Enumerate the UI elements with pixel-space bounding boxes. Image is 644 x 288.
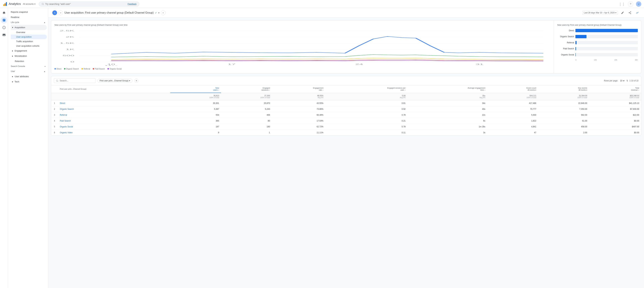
row-1-total-revenue: $41,125.13 bbox=[589, 100, 641, 106]
sidebar-item-user-acquisition[interactable]: User acquisition bbox=[11, 35, 47, 39]
line-chart: 2.5K 2K 1.5K 1K 500 0 bbox=[54, 29, 550, 66]
col-new-users[interactable]: Newusers ↕ bbox=[170, 85, 221, 93]
row-6-name[interactable]: Organic Video bbox=[58, 130, 170, 136]
col-event-count[interactable]: Event countAll events ▾ bbox=[487, 85, 538, 93]
table-header-row: First user prim...Channel Group) Newuser… bbox=[51, 85, 641, 93]
date-range-picker[interactable]: Last 28 days Mar 10 – Apr 6, 2024 ▾ bbox=[582, 11, 618, 15]
user-section-label: User bbox=[11, 70, 15, 73]
search-console-chevron: ▾ bbox=[44, 66, 46, 67]
svg-rect-1 bbox=[4, 3, 6, 6]
row-4-event-count: 1,822 bbox=[487, 118, 538, 124]
page-header: A + User acquisition: First user primary… bbox=[48, 8, 644, 18]
sidebar-item-retention[interactable]: Retention bbox=[12, 59, 47, 64]
reports-snapshot-label: Reports snapshot bbox=[11, 11, 28, 13]
col-avg-engagement[interactable]: Average engagementtime ↕ bbox=[408, 85, 487, 93]
title-dropdown-icon[interactable]: ▾ bbox=[158, 12, 160, 14]
acquisition-group: ▾ Acquisition Overview User acquisition … bbox=[8, 25, 48, 48]
compare-button[interactable] bbox=[634, 10, 640, 16]
legend-organic-social: Organic Social bbox=[108, 68, 122, 70]
sidebar-item-monetization[interactable]: ▸ Monetization bbox=[11, 53, 47, 59]
icon-rail-home[interactable] bbox=[1, 10, 8, 16]
search-console-label: Search Console bbox=[11, 65, 25, 68]
add-filter-button[interactable]: + bbox=[134, 79, 138, 83]
sidebar-item-realtime[interactable]: Realtime bbox=[8, 15, 47, 20]
lifecycle-label: Life cycle bbox=[11, 21, 19, 24]
filter-chip[interactable]: First user prim...Channel Group) ▾ bbox=[98, 79, 132, 83]
sidebar-item-user-attributes[interactable]: ▸ User attributes bbox=[11, 74, 47, 79]
row-5-engagement-rate: 62.72% bbox=[272, 124, 325, 130]
table-search-input[interactable] bbox=[60, 79, 93, 82]
col-esp-user[interactable]: Engaged sessions peruser ↕ bbox=[326, 85, 408, 93]
search-bar[interactable]: Feedback bbox=[39, 2, 139, 7]
engagement-group: ▸ Engagement bbox=[8, 48, 48, 53]
monetization-group: ▸ Monetization bbox=[8, 53, 48, 59]
monetization-label: Monetization bbox=[14, 55, 27, 57]
sidebar-item-reports-snapshot[interactable]: Reports snapshot bbox=[8, 10, 47, 15]
apps-icon[interactable]: ⋮⋮ bbox=[618, 2, 625, 6]
date-range-chevron: ▾ bbox=[615, 12, 616, 14]
main-layout: Reports snapshot Realtime Life cycle ▲ ▾… bbox=[0, 8, 644, 288]
icon-rail-explore[interactable] bbox=[1, 24, 8, 31]
bar-row-direct: Direct bbox=[557, 29, 638, 32]
row-2-esp-user: 0.92 bbox=[326, 106, 408, 112]
bar-chart-container: New users by First user primary channel … bbox=[554, 21, 641, 73]
sidebar-item-traffic-acquisition[interactable]: Traffic acquisition bbox=[11, 39, 47, 44]
edit-report-button[interactable] bbox=[620, 10, 625, 16]
accounts-label[interactable]: All accounts ▾ bbox=[23, 3, 36, 5]
date-range-label: Last 28 days bbox=[584, 12, 595, 14]
bar-chart-title: New users by First user primary channel … bbox=[557, 24, 638, 26]
add-comparison-button[interactable]: + bbox=[58, 11, 63, 15]
col-engagement-rate[interactable]: Engagementrate ↕ bbox=[272, 85, 325, 93]
app-title: Analytics bbox=[9, 2, 21, 6]
row-4-total-revenue: $0.00 bbox=[589, 118, 641, 124]
bar-fill-paid-search bbox=[576, 47, 576, 50]
totals-engagement-rate: 48.05% Avg 0% bbox=[272, 93, 325, 100]
user-chevron: ▲ bbox=[44, 71, 46, 72]
help-icon[interactable]: ? bbox=[628, 1, 633, 7]
icon-rail-reports[interactable] bbox=[1, 17, 8, 24]
feedback-link[interactable]: Feedback bbox=[128, 3, 136, 5]
search-icon bbox=[42, 3, 44, 5]
search-input[interactable] bbox=[45, 3, 126, 5]
col-engaged-sessions[interactable]: Engagedsessions ↕ bbox=[221, 85, 272, 93]
legend-organic-search: Organic Search bbox=[64, 68, 79, 70]
retention-label: Retention bbox=[15, 60, 24, 63]
avatar[interactable]: U bbox=[636, 1, 641, 7]
sidebar-item-tech[interactable]: ▸ Tech bbox=[11, 79, 47, 84]
logo: Analytics bbox=[3, 2, 21, 6]
sidebar-item-engagement[interactable]: ▸ Engagement bbox=[11, 48, 47, 53]
totals-name bbox=[58, 93, 170, 100]
bar-track-referral bbox=[576, 41, 638, 44]
section-lifecycle[interactable]: Life cycle ▲ bbox=[8, 20, 48, 25]
analytics-logo-icon bbox=[3, 2, 8, 6]
row-5-new-users: 187 bbox=[170, 124, 221, 130]
legend-direct: Direct bbox=[54, 68, 62, 70]
row-2-key-events: 7,350.00 bbox=[538, 106, 589, 112]
col-total-revenue[interactable]: Totalrevenue ↕ bbox=[589, 85, 641, 93]
row-5-esp-user: 0.78 bbox=[326, 124, 408, 130]
legend-dot-direct bbox=[54, 68, 56, 70]
totals-new-users: 36,813 100% of total bbox=[170, 93, 221, 100]
sidebar-item-user-acquisition-cohorts[interactable]: User acquisition cohorts bbox=[11, 44, 47, 48]
row-3-name[interactable]: Referral bbox=[58, 112, 170, 118]
section-search-console[interactable]: Search Console ▾ bbox=[8, 64, 48, 69]
row-5-rank: 5 bbox=[51, 124, 58, 130]
rows-per-page-select[interactable]: 10 25 50 bbox=[619, 79, 625, 82]
add-page-button[interactable]: + bbox=[161, 11, 166, 15]
table-search-bar[interactable] bbox=[54, 78, 96, 83]
col-key-events[interactable]: Key eventsAll events ▾ bbox=[538, 85, 589, 93]
row-5-name[interactable]: Organic Social bbox=[58, 124, 170, 130]
totals-key-events: 31,584.00 100% of total bbox=[538, 93, 589, 100]
sidebar-item-overview[interactable]: Overview bbox=[11, 30, 47, 35]
row-5-total-revenue: $497.00 bbox=[589, 124, 641, 130]
tech-group: ▸ Tech bbox=[8, 79, 48, 84]
section-user[interactable]: User ▲ bbox=[8, 69, 48, 74]
row-4-name[interactable]: Paid Search bbox=[58, 118, 170, 124]
row-2-name[interactable]: Organic Search bbox=[58, 106, 170, 112]
sidebar-item-acquisition[interactable]: ▾ Acquisition bbox=[11, 25, 47, 30]
icon-rail-advertising[interactable] bbox=[1, 32, 8, 38]
row-1-name[interactable]: Direct bbox=[58, 100, 170, 106]
traffic-acquisition-label: Traffic acquisition bbox=[16, 40, 33, 43]
page-avatar: A bbox=[52, 11, 57, 15]
share-button[interactable] bbox=[627, 10, 632, 16]
